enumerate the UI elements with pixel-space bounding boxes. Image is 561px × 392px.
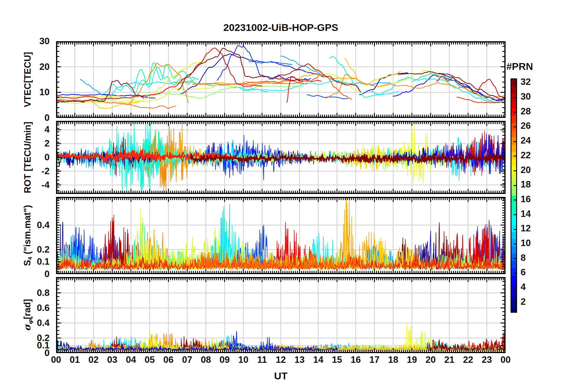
panel-vtec — [56, 41, 506, 118]
y-axis-label-sigma-phi: σφ[rad] — [22, 299, 33, 331]
colorbar-block-prn-14 — [511, 210, 516, 218]
colorbar-block-prn-1 — [511, 304, 516, 312]
colorbar-block-prn-2 — [511, 297, 516, 305]
figure: 20231002-UiB-HOP-GPS UT #PRN 0102030VTEC… — [0, 0, 561, 392]
colorbar-tick — [514, 214, 516, 215]
colorbar-block-prn-16 — [511, 196, 516, 203]
colorbar-tick — [514, 97, 516, 98]
colorbar-block-prn-12 — [511, 225, 516, 232]
colorbar-tick — [514, 185, 516, 186]
colorbar-block-prn-25 — [511, 130, 516, 138]
colorbar-bar — [511, 78, 517, 313]
colorbar-title: #PRN — [498, 61, 541, 72]
colorbar-block-prn-8 — [511, 254, 516, 261]
colorbar-tick — [514, 126, 516, 127]
panel-canvas-sigma-phi — [56, 277, 506, 353]
colorbar-block-prn-18 — [511, 181, 516, 188]
y-axis-label-part: 4 — [27, 257, 33, 260]
colorbar-tick-label: 32 — [521, 77, 531, 87]
colorbar-tick-label: 24 — [521, 136, 531, 146]
colorbar-block-prn-4 — [511, 283, 516, 290]
colorbar-tick-label: 26 — [521, 121, 531, 131]
colorbar-block-prn-5 — [511, 276, 516, 283]
colorbar-tick-label: 20 — [521, 165, 531, 175]
colorbar-block-prn-29 — [511, 101, 516, 108]
colorbar-tick-label: 16 — [521, 194, 531, 204]
panel-canvas-vtec — [56, 41, 506, 118]
colorbar-block-prn-11 — [511, 232, 516, 239]
y-axis-label-rot: ROT [TECU/min] — [22, 122, 33, 193]
y-axis-label-part: φ — [27, 319, 34, 324]
y-axis-label-part: S — [22, 260, 32, 266]
colorbar-tick — [514, 302, 516, 303]
colorbar-tick-label: 4 — [521, 282, 526, 292]
y-axis-label-part: ("ism.mat") — [22, 205, 32, 257]
colorbar-block-prn-6 — [511, 268, 516, 276]
colorbar-tick — [514, 156, 516, 157]
colorbar-block-prn-27 — [511, 116, 516, 123]
colorbar-tick — [514, 200, 516, 200]
colorbar-tick-label: 12 — [521, 223, 531, 233]
colorbar-tick-label: 14 — [521, 209, 531, 219]
colorbar-tick-label: 6 — [521, 267, 526, 277]
colorbar-block-prn-9 — [511, 246, 516, 254]
x-tick-label: 00 — [492, 355, 519, 365]
panel-canvas-rot — [56, 121, 506, 194]
colorbar-tick — [514, 243, 516, 244]
panel-sigma-phi — [56, 277, 506, 353]
y-axis-label-part: VTEC[TECU] — [22, 52, 33, 107]
colorbar-tick — [514, 112, 516, 113]
colorbar-tick-label: 8 — [521, 253, 526, 263]
colorbar-tick — [514, 288, 516, 289]
y-tick-label-vtec: 30 — [23, 36, 50, 46]
chart-title: 20231002-UiB-HOP-GPS — [56, 22, 506, 33]
y-axis-label-s4: S4 ("ism.mat") — [22, 205, 33, 266]
x-axis-label: UT — [56, 370, 506, 382]
colorbar-block-prn-17 — [511, 188, 516, 196]
y-tick-label-s4: 0 — [23, 269, 50, 279]
colorbar-tick-label: 28 — [521, 106, 531, 116]
panel-rot — [56, 121, 506, 194]
colorbar-block-prn-10 — [511, 239, 516, 246]
y-tick-label-sigma-phi: 0.8 — [23, 288, 50, 298]
colorbar-tick — [514, 273, 516, 274]
colorbar-tick-label: 18 — [521, 179, 531, 190]
colorbar-block-prn-13 — [511, 217, 516, 225]
colorbar-tick-label: 10 — [521, 238, 531, 248]
colorbar-block-prn-19 — [511, 174, 516, 181]
y-axis-label-part: ROT [TECU/min] — [22, 122, 33, 193]
colorbar-block-prn-21 — [511, 159, 516, 167]
colorbar-tick-label: 22 — [521, 150, 531, 160]
colorbar-block-prn-31 — [511, 87, 516, 94]
panel-canvas-s4 — [56, 197, 506, 274]
y-axis-label-part: [rad] — [22, 299, 32, 319]
colorbar-tick-label: 2 — [521, 297, 526, 307]
colorbar-tick — [514, 83, 516, 83]
colorbar-tick-label: 30 — [521, 92, 531, 102]
colorbar-block-prn-7 — [511, 261, 516, 268]
colorbar-block-prn-15 — [511, 203, 516, 210]
colorbar-block-prn-3 — [511, 290, 516, 297]
panel-s4 — [56, 197, 506, 274]
colorbar-tick — [514, 229, 516, 230]
colorbar-tick — [514, 170, 516, 171]
y-tick-label-sigma-phi: 0.2 — [23, 333, 50, 343]
y-axis-label-vtec: VTEC[TECU] — [22, 52, 33, 107]
colorbar-block-prn-23 — [511, 145, 516, 152]
colorbar-tick — [514, 141, 516, 142]
colorbar-tick — [514, 258, 516, 259]
y-axis-label-part: σ — [22, 325, 32, 331]
